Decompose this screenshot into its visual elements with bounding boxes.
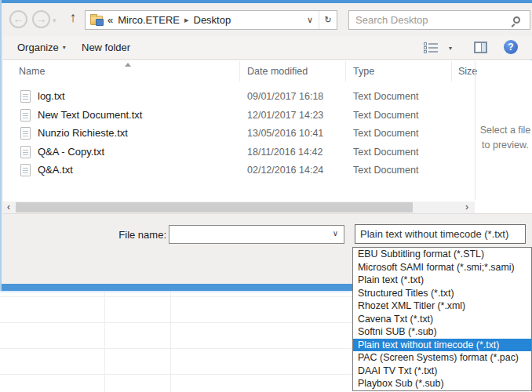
forward-icon: → — [36, 13, 47, 25]
file-type-option[interactable]: DAAI TV Txt (*.txt) — [353, 365, 531, 378]
address-dropdown-button[interactable]: ∨ — [301, 11, 319, 29]
up-button[interactable]: ↑ — [64, 9, 82, 26]
views-caret-icon: ▾ — [449, 45, 452, 52]
command-toolbar: Organize▾ New folder ▾ ? — [3, 36, 532, 60]
help-icon[interactable]: ? — [504, 40, 518, 54]
views-button[interactable]: ▾ — [424, 42, 452, 53]
file-row[interactable]: Q&A.txt 02/12/2016 14:24 Text Document — [3, 162, 475, 180]
file-type-option[interactable]: Rhozet XML Titler (*.xml) — [353, 299, 531, 313]
scroll-right-icon[interactable]: › — [465, 201, 468, 213]
text-document-icon — [20, 146, 31, 158]
new-folder-button[interactable]: New folder — [82, 42, 130, 53]
file-row[interactable]: Q&A - Copy.txt 18/11/2016 14:42 Text Doc… — [3, 143, 475, 162]
address-bar[interactable]: « Mirco.ETERE ▸ Desktop ∨ ↻ — [85, 10, 337, 30]
organize-caret-icon: ▾ — [63, 44, 66, 51]
file-type-cell: Text Document — [353, 128, 418, 139]
search-input[interactable] — [349, 14, 513, 26]
navigation-bar: ← → ▾ ↑ « Mirco.ETERE ▸ Desktop ∨ ↻ — [3, 3, 532, 36]
preview-pane-icon[interactable] — [474, 42, 487, 53]
column-header-date[interactable]: Date modified — [247, 66, 308, 77]
search-box — [348, 10, 530, 30]
file-type-option[interactable]: Structured Titles (*.txt) — [353, 287, 531, 300]
file-list-area: Name Date modified Type Size log.txt 09/… — [3, 60, 532, 213]
organize-label: Organize — [17, 42, 59, 53]
file-list: log.txt 09/01/2017 16:18 Text Document N… — [3, 88, 475, 180]
file-type-option[interactable]: Playbox Sub (*.sub) — [353, 377, 531, 390]
scroll-left-icon[interactable]: ‹ — [7, 201, 10, 213]
file-name-chevron-icon[interactable]: ∨ — [333, 229, 338, 238]
text-document-icon — [20, 127, 31, 140]
file-date-modified: 12/01/2017 14:23 — [247, 110, 323, 121]
file-name: New Text Document.txt — [38, 109, 142, 121]
column-divider — [239, 61, 240, 82]
file-type-option[interactable]: Plain text (*.txt) — [353, 274, 531, 287]
refresh-button[interactable]: ↻ — [319, 11, 337, 29]
breadcrumb-separator-icon: ▸ — [184, 15, 189, 25]
column-divider — [345, 61, 346, 82]
file-row[interactable]: log.txt 09/01/2017 16:18 Text Document — [3, 88, 475, 107]
file-type-dropdown-list: EBU Subtitling format (*.STL) Microsoft … — [352, 247, 532, 391]
file-name-combobox: ∨ — [169, 225, 344, 244]
breadcrumb-collapse[interactable]: « — [107, 14, 113, 26]
file-type-cell: Text Document — [353, 147, 418, 158]
horizontal-scrollbar[interactable]: ‹ › — [3, 201, 475, 213]
file-name: Q&A.txt — [38, 164, 73, 176]
file-name-input[interactable] — [171, 227, 326, 242]
breadcrumb: « Mirco.ETERE ▸ Desktop — [86, 14, 301, 26]
column-header-name[interactable]: Name — [19, 66, 45, 77]
window-border-top — [2, 0, 532, 3]
recent-locations-dropdown[interactable]: ▾ — [53, 16, 56, 24]
text-document-icon — [20, 90, 31, 103]
file-date-modified: 09/01/2017 16:18 — [247, 91, 323, 102]
folder-icon — [90, 16, 103, 25]
back-button[interactable]: ← — [9, 10, 27, 28]
search-icon[interactable] — [513, 16, 520, 24]
file-type-cell: Text Document — [353, 110, 418, 121]
file-type-combobox[interactable]: Plain text without timecode (*.txt) — [355, 224, 526, 244]
preview-pane-divider — [475, 61, 476, 200]
file-date-modified: 02/12/2016 14:24 — [247, 165, 323, 176]
file-type-option[interactable]: EBU Subtitling format (*.STL) — [353, 248, 531, 261]
list-view-icon — [424, 42, 439, 53]
back-icon: ← — [13, 13, 24, 25]
file-date-modified: 18/11/2016 14:42 — [247, 147, 322, 158]
file-type-cell: Text Document — [353, 91, 418, 102]
forward-button[interactable]: → — [32, 10, 50, 28]
file-type-option[interactable]: Softni SUB (*.sub) — [353, 325, 531, 339]
scrollbar-thumb[interactable] — [16, 202, 413, 212]
file-type-cell: Text Document — [353, 165, 418, 176]
text-document-icon — [20, 164, 31, 176]
file-type-option[interactable]: Cavena Txt (*.txt) — [353, 313, 531, 326]
text-document-icon — [20, 109, 31, 122]
up-icon: ↑ — [70, 9, 77, 25]
column-header-type[interactable]: Type — [353, 66, 374, 77]
breadcrumb-item-leaf[interactable]: Desktop — [194, 14, 231, 26]
preview-message: Select a file to preview. — [477, 123, 532, 154]
sort-ascending-icon — [125, 63, 131, 67]
file-date-modified: 13/05/2016 10:41 — [247, 128, 323, 139]
organize-button[interactable]: Organize▾ — [17, 42, 66, 53]
file-name: Q&A - Copy.txt — [38, 146, 104, 158]
file-name: Nunzio Richieste.txt — [38, 127, 128, 139]
breadcrumb-item-root[interactable]: Mirco.ETERE — [118, 14, 180, 26]
file-row[interactable]: Nunzio Richieste.txt 13/05/2016 10:41 Te… — [3, 125, 475, 143]
column-divider — [451, 61, 452, 82]
file-type-option[interactable]: Microsoft SAMI format (*.smi;*.sami) — [353, 261, 531, 274]
file-name-label: File name: — [82, 229, 166, 241]
file-type-option[interactable]: Plain text without timecode (*.txt) — [353, 339, 531, 352]
file-row[interactable]: New Text Document.txt 12/01/2017 14:23 T… — [3, 107, 475, 125]
file-type-option[interactable]: PAC (Screen Systems) format (*.pac) — [353, 351, 531, 365]
file-name: log.txt — [38, 90, 65, 102]
